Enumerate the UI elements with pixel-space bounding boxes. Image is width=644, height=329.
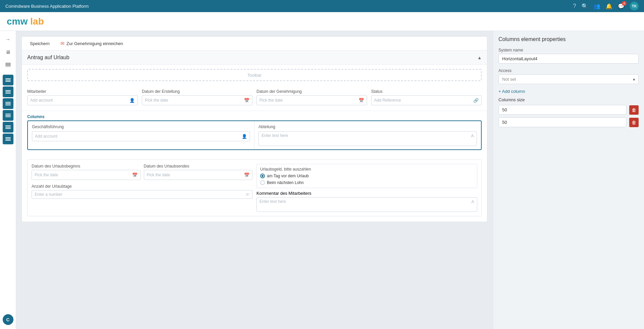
radio-circle-2 <box>260 180 265 185</box>
form-grid: Mitarbeiter Add account 👤 Datum der Erst… <box>27 89 482 105</box>
datum-erstellung-input[interactable]: Pick the date 📅 <box>142 95 252 105</box>
panel-title: Columns element properties <box>498 36 639 42</box>
sidebar-item-3[interactable] <box>3 98 13 109</box>
submit-icon: ✉ <box>61 41 65 46</box>
field-datum-erstellung: Datum der Erstellung Pick the date 📅 <box>142 89 252 105</box>
panel-field-system-name: System name <box>498 48 639 64</box>
top-bar-icons: ? 🔍 👥 🔔 💬 4 TK <box>573 2 639 10</box>
field-mitarbeiter: Mitarbeiter Add account 👤 <box>27 89 138 105</box>
bottom-right: Urlaubsgeld, bitte auszahlen am Tag vor … <box>256 164 477 212</box>
bottom-section: Datum des Urlaubsbeginns Pick the date 📅… <box>22 155 487 222</box>
sidebar-bottom-icon[interactable]: C <box>3 314 13 325</box>
column-cell-right: Abteilung Enter text here A <box>254 121 481 149</box>
status-input[interactable]: Add Reference 🔗 <box>371 95 482 105</box>
size-row-1: 🗑 <box>498 105 639 115</box>
logo-lab: lab <box>30 16 44 27</box>
form-area: Speichern ✉ Zur Genehmigung einreichen A… <box>16 31 493 329</box>
logo-bar: cmw lab <box>0 12 644 31</box>
dates-row: Datum des Urlaubsbeginns Pick the date 📅… <box>32 164 252 180</box>
form-title: Antrag auf Urlaub <box>27 54 69 61</box>
save-button[interactable]: Speichern <box>27 40 52 47</box>
columns-grid: Geschäftsführung Add account 👤 Abteilung… <box>27 120 482 150</box>
form-top-section: Mitarbeiter Add account 👤 Datum der Erst… <box>22 85 487 111</box>
messages-icon[interactable]: 💬 4 <box>618 3 625 9</box>
radio-group: am Tag vor dem Urlaub Beim nächsten Lohn <box>260 174 474 185</box>
help-icon[interactable]: ? <box>573 3 576 9</box>
vacation-pay-box: Urlaubsgeld, bitte auszahlen am Tag vor … <box>256 164 477 188</box>
field-anzahl: Anzahl der Urlaubtage Enter a number X² <box>32 184 252 199</box>
app-title: Comindware Business Application Platform <box>5 4 89 9</box>
delete-column-2-button[interactable]: 🗑 <box>629 118 639 127</box>
radio-circle-1 <box>260 174 265 178</box>
top-bar: Comindware Business Application Platform… <box>0 0 644 12</box>
sidebar-item-5[interactable] <box>3 122 13 133</box>
access-select-wrapper: Not set <box>498 74 639 84</box>
radio-item-1[interactable]: am Tag vor dem Urlaub <box>260 174 474 178</box>
sidebar: → 🖥 <box>0 31 16 329</box>
sidebar-item-1[interactable] <box>3 75 13 85</box>
submit-button[interactable]: ✉ Zur Genehmigung einreichen <box>58 39 126 47</box>
column-cell-left: Geschäftsführung Add account 👤 <box>28 121 254 149</box>
mitarbeiter-input[interactable]: Add account 👤 <box>27 95 138 105</box>
sidebar-collapse-icon[interactable]: → <box>3 34 13 44</box>
text-icon-2: A <box>471 199 474 204</box>
logo: cmw lab <box>7 16 44 27</box>
right-panel: Columns element properties System name A… <box>493 31 644 329</box>
toolbar-bar: Speichern ✉ Zur Genehmigung einreichen <box>22 37 487 50</box>
text-icon-1: A <box>471 133 474 138</box>
sidebar-item-2[interactable] <box>3 86 13 97</box>
access-select[interactable]: Not set <box>498 74 639 84</box>
geschaeftsfuehrung-input[interactable]: Add account 👤 <box>32 131 250 141</box>
bottom-grid: Datum des Urlaubsbeginns Pick the date 📅… <box>32 164 477 212</box>
bottom-left: Datum des Urlaubsbeginns Pick the date 📅… <box>32 164 252 212</box>
field-status: Status Add Reference 🔗 <box>371 89 482 105</box>
person-icon-2: 👤 <box>242 134 247 139</box>
kommentar-input[interactable]: Enter text here A <box>256 197 477 212</box>
sidebar-item-6[interactable] <box>3 134 13 144</box>
columns-label: Columns <box>22 111 487 120</box>
field-datum-genehmigung: Datum der Genehmigung Pick the date 📅 <box>256 89 367 105</box>
anzahl-input[interactable]: Enter a number X² <box>32 190 252 199</box>
sidebar-item-4[interactable] <box>3 110 13 121</box>
main-layout: → 🖥 <box>0 31 644 329</box>
sidebar-bottom: C <box>3 314 13 325</box>
columns-size-label: Columns size <box>498 97 639 102</box>
datum-ende-input[interactable]: Pick the date 📅 <box>144 170 253 180</box>
calendar-icon-1: 📅 <box>244 98 249 103</box>
content-area: Speichern ✉ Zur Genehmigung einreichen A… <box>16 31 644 329</box>
radio-item-2[interactable]: Beim nächsten Lohn <box>260 180 474 185</box>
calendar-icon-2: 📅 <box>359 98 364 103</box>
system-name-input[interactable] <box>498 54 639 64</box>
datum-genehmigung-input[interactable]: Pick the date 📅 <box>256 95 367 105</box>
form-card: Speichern ✉ Zur Genehmigung einreichen A… <box>22 36 487 222</box>
search-icon[interactable]: 🔍 <box>581 3 588 9</box>
form-header: Antrag auf Urlaub ▲ <box>22 50 487 65</box>
calendar-icon-4: 📅 <box>244 173 249 178</box>
superscript-icon: X² <box>246 193 249 196</box>
add-column-button[interactable]: + Add column <box>498 89 525 94</box>
collapse-icon[interactable]: ▲ <box>477 55 482 60</box>
size-input-2[interactable] <box>498 117 627 127</box>
size-input-1[interactable] <box>498 105 627 115</box>
link-icon: 🔗 <box>473 98 479 103</box>
comment-box: Kommentar des Mitarbeiters Enter text he… <box>256 191 477 212</box>
calendar-icon-3: 📅 <box>132 173 137 178</box>
sidebar-list-icon[interactable] <box>3 59 13 70</box>
users-icon[interactable]: 👥 <box>594 3 600 9</box>
field-datum-beginn: Datum des Urlaubsbeginns Pick the date 📅 <box>32 164 140 180</box>
logo-cmw: cmw <box>7 16 28 27</box>
person-icon: 👤 <box>129 98 135 103</box>
size-row-2: 🗑 <box>498 117 639 127</box>
datum-beginn-input[interactable]: Pick the date 📅 <box>32 170 140 180</box>
avatar[interactable]: TK <box>630 2 639 10</box>
panel-field-access: Access Not set <box>498 68 639 84</box>
toolbar-placeholder: Toolbar <box>27 69 482 81</box>
abteilung-input[interactable]: Enter text here A <box>258 131 477 146</box>
field-datum-ende: Datum des Urlaubsendes Pick the date 📅 <box>144 164 253 180</box>
delete-column-1-button[interactable]: 🗑 <box>629 105 639 115</box>
bell-icon[interactable]: 🔔 <box>606 3 612 9</box>
sidebar-screen-icon[interactable]: 🖥 <box>3 46 13 57</box>
